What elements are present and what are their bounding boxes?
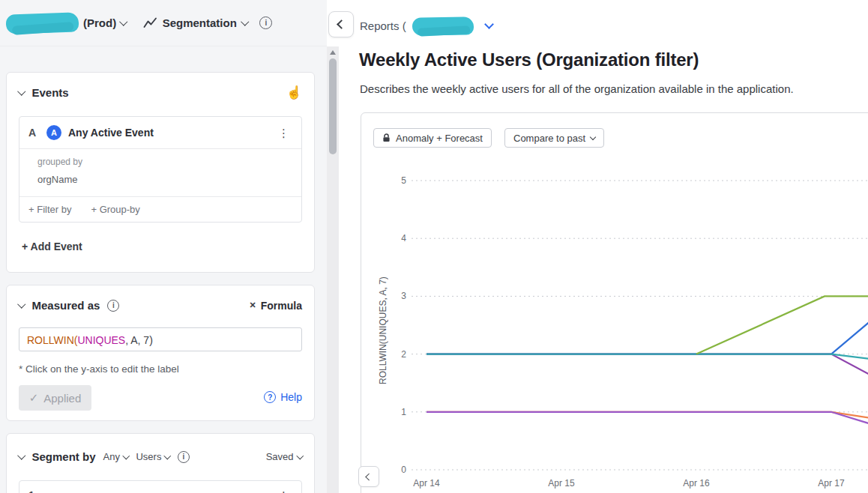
saved-dropdown[interactable]: Saved: [266, 451, 302, 462]
chevron-left-icon: [337, 19, 346, 29]
info-icon[interactable]: i: [107, 300, 119, 312]
reports-selector[interactable]: Reports (: [360, 16, 492, 36]
info-icon[interactable]: i: [178, 451, 190, 463]
formula-segment: UNIQUES: [77, 334, 125, 346]
event-index-label: A: [28, 127, 46, 139]
chevron-down-icon: [590, 134, 596, 140]
grouped-by-value[interactable]: orgName: [37, 174, 292, 185]
collapse-chevron-icon[interactable]: [17, 300, 25, 308]
collapse-sidebar-button[interactable]: [328, 11, 354, 37]
close-icon: ✕: [250, 300, 256, 310]
vertical-scrollbar[interactable]: [327, 46, 339, 493]
scroll-up-arrow-icon[interactable]: [330, 50, 336, 55]
series-line-teal[interactable]: [427, 354, 868, 359]
series-line-orange[interactable]: [427, 412, 868, 418]
segment-row[interactable]: 1 ⋮: [19, 480, 302, 493]
event-block: A A Any Active Event ⋮ grouped by orgNam…: [19, 116, 302, 223]
chevron-down-icon: [296, 453, 303, 459]
formula-input[interactable]: ROLLWIN(UNIQUES, A, 7): [19, 327, 302, 351]
events-card-title: Events: [32, 86, 69, 99]
users-dropdown[interactable]: Users: [136, 451, 169, 462]
segment-by-title: Segment by: [32, 450, 96, 463]
chevron-down-icon: [120, 17, 128, 25]
measured-as-card: Measured as i ✕ Formula ROLLWIN(UNIQUES,…: [6, 285, 315, 421]
x-tick-label: Apr 15: [545, 478, 578, 489]
formula-toggle-label: Formula: [261, 300, 302, 312]
formula-toggle[interactable]: ✕ Formula: [250, 300, 302, 312]
question-icon: ?: [264, 391, 276, 403]
collapse-chevron-icon[interactable]: [17, 87, 25, 95]
formula-note: * Click on the y-axis to edit the label: [19, 363, 179, 375]
series-line-blue[interactable]: [427, 322, 868, 354]
y-tick-label: 5: [390, 175, 406, 187]
compare-to-past-button[interactable]: Compare to past: [504, 128, 604, 148]
y-tick-label: 1: [390, 406, 406, 418]
any-dropdown[interactable]: Any: [103, 451, 129, 462]
filter-by-link[interactable]: + Filter by: [28, 204, 71, 215]
project-env-label: (Prod): [83, 16, 116, 29]
users-dropdown-label: Users: [136, 451, 161, 462]
kebab-menu-icon[interactable]: ⋮: [275, 126, 292, 140]
measured-as-title: Measured as: [32, 299, 100, 312]
page-title: Weekly Active Users (Organization filter…: [359, 49, 699, 70]
hand-cursor-icon[interactable]: ☝: [286, 86, 302, 99]
project-selector[interactable]: (Prod): [6, 13, 127, 33]
any-event-icon: A: [46, 125, 61, 140]
y-axis-title: ROLLWIN(UNIQUES, A, 7): [378, 237, 388, 424]
x-tick-label: Apr 16: [680, 478, 713, 489]
add-event-link[interactable]: + Add Event: [22, 241, 82, 252]
event-name-label: Any Active Event: [68, 127, 275, 139]
collapse-chevron-icon[interactable]: [17, 451, 25, 459]
segment-index-label: 1: [28, 489, 46, 493]
applied-button-label: Applied: [43, 392, 81, 405]
help-link[interactable]: ? Help: [264, 391, 302, 403]
help-link-label: Help: [280, 391, 302, 403]
x-tick-label: Apr 14: [410, 478, 443, 489]
chart-plot-area[interactable]: [412, 173, 868, 480]
formula-segment: ROLLWIN(: [27, 334, 77, 346]
redacted-report-name: [412, 16, 473, 35]
grouped-by-label: grouped by: [37, 157, 292, 167]
reports-label: Reports (: [360, 19, 406, 32]
info-icon[interactable]: i: [259, 16, 272, 29]
compare-to-past-label: Compare to past: [513, 133, 585, 144]
anomaly-forecast-button[interactable]: Anomaly + Forecast: [373, 128, 492, 148]
x-tick-label: Apr 17: [815, 478, 848, 489]
chevron-down-icon: [123, 453, 130, 459]
app-window: (Prod) Segmentation i Events ☝ A A Any A…: [0, 0, 868, 493]
anomaly-forecast-label: Anomaly + Forecast: [396, 133, 483, 144]
chart-type-selector[interactable]: Segmentation: [143, 16, 248, 29]
applied-button[interactable]: ✓ Applied: [19, 385, 91, 411]
top-navigation-bar: (Prod) Segmentation i: [0, 0, 327, 46]
scrollbar-thumb[interactable]: [329, 58, 337, 154]
y-tick-label: 0: [390, 464, 406, 476]
events-card: Events ☝ A A Any Active Event ⋮ grouped …: [6, 72, 315, 273]
grouped-by-section: grouped by orgName: [19, 149, 301, 197]
collapse-panel-button[interactable]: [358, 466, 379, 487]
view-label: Segmentation: [163, 16, 237, 29]
series-line-violet[interactable]: [427, 412, 868, 423]
chevron-down-icon: [484, 19, 494, 29]
redacted-project-name: [6, 12, 79, 34]
kebab-menu-icon[interactable]: ⋮: [275, 489, 292, 493]
chevron-down-icon: [164, 453, 171, 459]
series-line-purple[interactable]: [427, 354, 868, 375]
chart-panel: Anomaly + Forecast Compare to past ROLLW…: [361, 112, 868, 493]
y-tick-label: 3: [390, 290, 406, 302]
event-row[interactable]: A A Any Active Event ⋮: [19, 117, 301, 149]
group-by-link[interactable]: + Group-by: [91, 204, 139, 215]
y-tick-label: 4: [390, 232, 406, 244]
any-dropdown-label: Any: [103, 451, 120, 462]
saved-dropdown-label: Saved: [266, 451, 294, 462]
formula-segment: , A, 7): [125, 334, 153, 346]
lock-icon: [382, 133, 391, 142]
page-subtitle: Describes the weekly active users for al…: [360, 82, 794, 95]
trend-line-icon: [143, 17, 157, 28]
y-tick-label: 2: [390, 348, 406, 360]
check-icon: ✓: [29, 391, 39, 405]
segment-by-card: Segment by Any Users i Saved 1 ⋮: [6, 433, 315, 493]
chevron-down-icon: [241, 17, 249, 25]
chevron-left-icon: [365, 473, 372, 480]
